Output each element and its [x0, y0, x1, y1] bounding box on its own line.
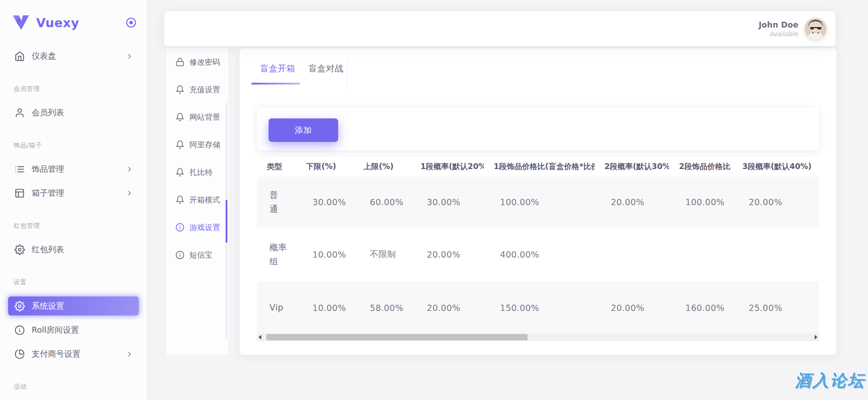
sidebar-item-system-settings[interactable]: 系统设置	[8, 296, 139, 315]
cell-value: 58.00%	[354, 282, 410, 334]
tab-blindbox-battle[interactable]: 盲盒对战	[308, 63, 344, 85]
col-header-type: 类型	[257, 156, 296, 177]
cell-value: 160.00%	[669, 282, 732, 334]
cell-value: 20.00%	[410, 227, 484, 282]
submenu-item-ali-storage[interactable]: 阿里存储	[166, 136, 228, 154]
cell-value: 25.00%	[732, 282, 819, 334]
sidebar-item-dashboard[interactable]: 仪表盘	[8, 47, 139, 66]
home-icon	[14, 51, 25, 61]
cell-type: 普 通	[257, 177, 296, 227]
submenu-item-label: 网站背景	[189, 112, 220, 122]
submenu-scrollbar-thumb[interactable]	[226, 200, 227, 243]
sidebar-item-redpacket-list[interactable]: 红包列表	[8, 240, 139, 259]
cell-value	[669, 227, 732, 282]
col-header-seg1-prob: 1段概率(默认20%)	[410, 156, 484, 177]
sidebar-item-payment-merchant-settings[interactable]: 支付商号设置	[8, 344, 139, 363]
cell-value: 400.00%	[484, 227, 594, 282]
horizontal-scrollbar[interactable]	[257, 333, 819, 341]
cell-value: 10.00%	[296, 282, 354, 334]
tab-blindbox-open[interactable]: 盲盒开箱	[260, 63, 295, 85]
col-header-seg2-prob: 2段概率(默认30%)	[594, 156, 669, 177]
submenu-item-recharge-settings[interactable]: 充值设置	[166, 80, 228, 99]
table-toolbar: 添加	[257, 108, 819, 151]
sidebar-item-label: Roll房间设置	[32, 325, 79, 335]
sidebar-section-settings: 设置	[14, 278, 139, 287]
cell-value: 100.00%	[484, 177, 594, 227]
cell-value	[594, 227, 669, 282]
gear-icon	[14, 301, 25, 311]
bell-icon	[175, 140, 184, 149]
cell-value: 20.00%	[594, 282, 669, 334]
cell-type: Vip	[257, 282, 296, 334]
table-row: Vip 10.00% 58.00% 20.00% 150.00% 20.00% …	[257, 282, 819, 334]
sidebar-item-roll-room-settings[interactable]: Roll房间设置	[8, 320, 139, 339]
submenu-item-smsbao[interactable]: 短信宝	[166, 246, 228, 264]
sidebar-item-item-management[interactable]: 饰品管理	[8, 160, 139, 179]
cell-value: 30.00%	[296, 177, 354, 227]
submenu-item-game-settings[interactable]: 游戏设置	[166, 218, 228, 236]
submenu-item-label: 短信宝	[189, 250, 212, 260]
bell-icon	[175, 168, 184, 177]
pie-chart-icon	[14, 349, 25, 359]
col-header-seg2-price-ratio: 2段饰品价格比	[669, 156, 732, 177]
sidebar-item-box-management[interactable]: 箱子管理	[8, 184, 139, 202]
sidebar-item-label: 会员列表	[32, 107, 64, 118]
cell-value: 30.00%	[410, 177, 484, 227]
bell-icon	[175, 195, 184, 204]
avatar[interactable]	[805, 18, 826, 40]
tab-bar-divider	[347, 60, 347, 92]
cell-value: 150.00%	[484, 282, 594, 334]
submenu-item-label: 阿里存储	[189, 140, 220, 150]
main-content-card: 盲盒开箱 盲盒对战 添加 类型 下限(%) 上限(%) 1段概率(默认20%) …	[240, 48, 836, 355]
sidebar-item-label: 支付商号设置	[32, 348, 80, 359]
sidebar: Vuexy 仪表盘 会员管理 会员列表 饰品/箱子 饰品管理 箱子管理 红包管理…	[0, 0, 147, 400]
lock-icon	[175, 57, 184, 66]
user-name: John Doe	[759, 20, 798, 29]
horizontal-scrollbar-thumb[interactable]	[266, 334, 528, 340]
cell-value: 10.00%	[296, 227, 354, 282]
sidebar-section-redpacket: 红包管理	[14, 222, 139, 230]
submenu-item-label: 游戏设置	[189, 222, 220, 233]
sidebar-item-label: 系统设置	[32, 301, 64, 311]
scroll-right-arrow-icon[interactable]	[813, 333, 819, 341]
submenu-item-site-background[interactable]: 网站背景	[166, 108, 228, 126]
cell-type: 概率 组	[257, 227, 296, 282]
col-header-seg3-prob: 3段概率(默认40%)	[732, 156, 819, 177]
add-button[interactable]: 添加	[269, 118, 338, 142]
menu-pin-toggle-icon[interactable]	[125, 17, 137, 28]
submenu-scrollbar-track[interactable]	[226, 103, 227, 340]
submenu-item-unbox-mode[interactable]: 开箱模式	[166, 191, 228, 209]
settings-table: 类型 下限(%) 上限(%) 1段概率(默认20%) 1段饰品价格比(盲盒价格*…	[257, 156, 819, 334]
info-icon	[14, 325, 25, 335]
submenu-item-zhabite[interactable]: 扎比特	[166, 163, 228, 181]
cell-value: 20.00%	[594, 177, 669, 227]
submenu-item-label: 扎比特	[189, 167, 212, 178]
chevron-right-icon	[126, 165, 133, 173]
info-icon	[175, 250, 184, 259]
cell-value: 20.00%	[732, 177, 819, 227]
user-dropdown[interactable]: John Doe Available	[759, 18, 826, 40]
cell-value: 60.00%	[354, 177, 410, 227]
cell-value: 不限制	[354, 227, 410, 282]
submenu-item-change-password[interactable]: 修改密码	[166, 53, 228, 71]
list-icon	[14, 164, 25, 174]
gear-icon	[14, 245, 25, 255]
submenu-item-label: 充值设置	[189, 85, 220, 95]
sidebar-item-label: 饰品管理	[32, 164, 64, 174]
chevron-right-icon	[126, 52, 133, 60]
cell-value	[732, 227, 819, 282]
sidebar-section-members: 会员管理	[14, 85, 139, 93]
col-header-seg1-price-ratio: 1段饰品价格比(盲盒价格*比例)	[484, 156, 594, 177]
cell-value: 100.00%	[669, 177, 732, 227]
vuexy-logo-icon	[12, 14, 30, 31]
bell-icon	[175, 113, 184, 122]
table-header-row: 类型 下限(%) 上限(%) 1段概率(默认20%) 1段饰品价格比(盲盒价格*…	[257, 156, 819, 177]
table-row: 普 通 30.00% 60.00% 30.00% 100.00% 20.00% …	[257, 177, 819, 227]
brand-header: Vuexy	[0, 0, 147, 33]
cell-value: 20.00%	[410, 282, 484, 334]
scroll-left-arrow-icon[interactable]	[257, 333, 263, 341]
sidebar-item-member-list[interactable]: 会员列表	[8, 103, 139, 122]
brand-name: Vuexy	[36, 16, 125, 30]
layout-icon	[14, 188, 25, 198]
sidebar-section-activity: 活动	[14, 383, 139, 391]
